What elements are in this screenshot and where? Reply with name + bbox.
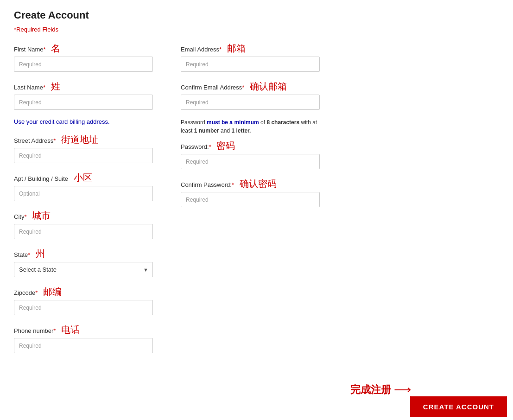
zipcode-label: Zipcode* 邮编 (14, 286, 153, 298)
first-name-input[interactable] (14, 57, 153, 72)
confirm-email-group: Confirm Email Address* 确认邮箱 (181, 80, 320, 110)
create-account-button[interactable]: CREATE ACCOUNT (410, 396, 507, 417)
street-address-label: Street Address* 街道地址 (14, 134, 153, 146)
first-name-group: First Name* 名 (14, 42, 153, 72)
confirm-password-group: Confirm Password:* 确认密码 (181, 178, 320, 207)
left-column: First Name* 名 Last Name* 姓 Use your cred… (14, 42, 153, 362)
password-note: Password must be a minimum of 8 characte… (181, 118, 320, 135)
state-label: State* 州 (14, 248, 153, 260)
email-input[interactable] (181, 57, 320, 72)
phone-label: Phone number* 电话 (14, 324, 153, 336)
right-column: Email Address* 邮箱 Confirm Email Address*… (181, 42, 320, 362)
last-name-label: Last Name* 姓 (14, 80, 153, 93)
completion-annotation: 完成注册 ⟶ (350, 382, 411, 397)
street-address-input[interactable] (14, 148, 153, 163)
state-group: State* 州 Select a State Alabama Alaska A… (14, 248, 153, 277)
page-title: Create Account (14, 9, 499, 21)
required-fields-note: *Required Fields (14, 26, 499, 33)
form-layout: First Name* 名 Last Name* 姓 Use your cred… (14, 42, 499, 362)
confirm-password-label: Confirm Password:* 确认密码 (181, 178, 320, 190)
email-group: Email Address* 邮箱 (181, 42, 320, 72)
zipcode-input[interactable] (14, 300, 153, 315)
first-name-label: First Name* 名 (14, 42, 153, 55)
email-label: Email Address* 邮箱 (181, 42, 320, 55)
phone-input[interactable] (14, 338, 153, 353)
last-name-group: Last Name* 姓 (14, 80, 153, 110)
confirm-email-input[interactable] (181, 95, 320, 110)
billing-note[interactable]: Use your credit card billing address. (14, 118, 153, 125)
password-input[interactable] (181, 154, 320, 169)
phone-group: Phone number* 电话 (14, 324, 153, 353)
city-input[interactable] (14, 224, 153, 239)
zipcode-group: Zipcode* 邮编 (14, 286, 153, 315)
state-select[interactable]: Select a State Alabama Alaska Arizona Ca… (14, 262, 153, 277)
password-group: Password:* 密码 (181, 140, 320, 169)
state-select-wrapper: Select a State Alabama Alaska Arizona Ca… (14, 262, 153, 277)
confirm-email-label: Confirm Email Address* 确认邮箱 (181, 80, 320, 93)
apt-label: Apt / Building / Suite 小区 (14, 172, 153, 184)
city-group: City* 城市 (14, 210, 153, 239)
apt-group: Apt / Building / Suite 小区 (14, 172, 153, 201)
password-label: Password:* 密码 (181, 140, 320, 152)
city-label: City* 城市 (14, 210, 153, 222)
last-name-input[interactable] (14, 95, 153, 110)
arrow-icon: ⟶ (394, 382, 411, 397)
street-address-group: Street Address* 街道地址 (14, 134, 153, 163)
confirm-password-input[interactable] (181, 192, 320, 207)
apt-input[interactable] (14, 186, 153, 201)
